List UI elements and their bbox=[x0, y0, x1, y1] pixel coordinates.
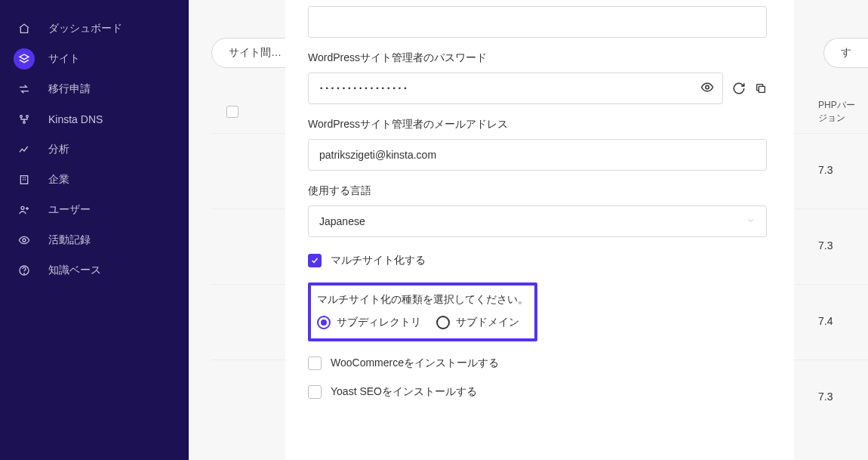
multisite-type-title: マルチサイト化の種類を選択してください。 bbox=[317, 293, 528, 307]
sidebar-item-migration[interactable]: 移行申請 bbox=[0, 74, 189, 104]
radio-subdirectory-label: サブディレクトリ bbox=[337, 316, 421, 329]
language-select[interactable]: Japanese bbox=[308, 205, 767, 237]
header-right-button[interactable]: す bbox=[823, 38, 868, 68]
radio-subdirectory[interactable]: サブディレクトリ bbox=[317, 316, 421, 329]
multisite-type-block: マルチサイト化の種類を選択してください。 サブディレクトリ サブドメイン bbox=[308, 282, 537, 341]
sidebar-item-activity[interactable]: 活動記録 bbox=[0, 225, 189, 255]
sidebar: ダッシュボード サイト 移行申請 Kinsta DNS 分析 企業 ユーザー 活… bbox=[0, 0, 189, 460]
woocommerce-label: WooCommerceをインストールする bbox=[331, 357, 499, 370]
email-label: WordPressサイト管理者のメールアドレス bbox=[308, 118, 767, 131]
sidebar-item-label: ユーザー bbox=[48, 203, 91, 217]
yoast-checkbox[interactable] bbox=[308, 385, 322, 399]
svg-point-1 bbox=[26, 116, 29, 118]
username-input[interactable] bbox=[308, 6, 767, 38]
php-version-cell: 7.4 bbox=[818, 315, 863, 327]
user-plus-icon bbox=[18, 204, 30, 216]
regenerate-password-icon[interactable] bbox=[732, 82, 746, 95]
radio-subdomain[interactable]: サブドメイン bbox=[436, 316, 519, 329]
svg-point-2 bbox=[23, 122, 26, 124]
sidebar-item-label: ダッシュボード bbox=[48, 22, 122, 36]
copy-password-icon[interactable] bbox=[755, 82, 767, 94]
php-version-cell: 7.3 bbox=[818, 239, 863, 252]
sidebar-item-sites[interactable]: サイト bbox=[0, 44, 189, 74]
svg-point-4 bbox=[21, 206, 24, 209]
building-icon bbox=[18, 174, 30, 186]
multisite-label: マルチサイト化する bbox=[331, 254, 426, 267]
php-version-header: PHPバージョン bbox=[818, 99, 863, 125]
language-value: Japanese bbox=[319, 215, 365, 227]
password-input[interactable]: •••••••••••••••• bbox=[308, 73, 723, 104]
create-site-modal: WordPressサイト管理者のパスワード •••••••••••••••• W… bbox=[285, 0, 794, 460]
sidebar-item-label: 分析 bbox=[48, 143, 69, 156]
yoast-checkbox-row[interactable]: Yoast SEOをインストールする bbox=[308, 385, 767, 399]
sidebar-item-company[interactable]: 企業 bbox=[0, 165, 189, 195]
php-version-cell: 7.3 bbox=[818, 391, 863, 403]
multisite-checkbox[interactable] bbox=[308, 254, 322, 267]
sidebar-item-label: 知識ベース bbox=[48, 264, 101, 277]
woocommerce-checkbox-row[interactable]: WooCommerceをインストールする bbox=[308, 357, 767, 370]
sidebar-item-dns[interactable]: Kinsta DNS bbox=[0, 104, 189, 134]
radio-subdomain-label: サブドメイン bbox=[456, 316, 519, 329]
home-icon bbox=[18, 23, 30, 35]
arrows-icon bbox=[18, 83, 30, 95]
network-icon bbox=[18, 113, 30, 125]
sidebar-item-label: 移行申請 bbox=[48, 82, 91, 96]
layers-icon bbox=[18, 53, 30, 65]
svg-point-7 bbox=[24, 273, 25, 274]
multisite-checkbox-row[interactable]: マルチサイト化する bbox=[308, 254, 767, 267]
svg-point-8 bbox=[706, 85, 709, 89]
sidebar-item-dashboard[interactable]: ダッシュボード bbox=[0, 14, 189, 44]
sidebar-item-users[interactable]: ユーザー bbox=[0, 195, 189, 225]
radio-circle-icon bbox=[436, 316, 450, 329]
email-input[interactable]: patrikszigeti@kinsta.com bbox=[308, 139, 767, 171]
sidebar-item-analytics[interactable]: 分析 bbox=[0, 134, 189, 165]
svg-rect-9 bbox=[759, 86, 765, 92]
svg-rect-3 bbox=[20, 176, 27, 184]
language-label: 使用する言語 bbox=[308, 184, 767, 198]
chart-icon bbox=[18, 144, 30, 156]
eye-icon bbox=[18, 234, 30, 246]
sidebar-item-label: Kinsta DNS bbox=[48, 113, 103, 125]
svg-point-5 bbox=[23, 239, 26, 242]
show-password-icon[interactable] bbox=[700, 81, 714, 97]
sidebar-item-label: 企業 bbox=[48, 173, 69, 187]
sidebar-item-label: 活動記録 bbox=[48, 233, 91, 247]
sidebar-item-knowledge[interactable]: 知識ベース bbox=[0, 255, 189, 286]
password-label: WordPressサイト管理者のパスワード bbox=[308, 51, 767, 65]
select-all-checkbox[interactable] bbox=[226, 106, 239, 118]
help-icon bbox=[18, 264, 30, 276]
chevron-down-icon bbox=[746, 215, 756, 227]
sidebar-item-label: サイト bbox=[48, 52, 80, 66]
radio-circle-icon bbox=[317, 316, 331, 329]
svg-point-0 bbox=[20, 116, 23, 118]
woocommerce-checkbox[interactable] bbox=[308, 357, 322, 370]
yoast-label: Yoast SEOをインストールする bbox=[331, 385, 477, 399]
php-version-cell: 7.3 bbox=[818, 164, 863, 176]
